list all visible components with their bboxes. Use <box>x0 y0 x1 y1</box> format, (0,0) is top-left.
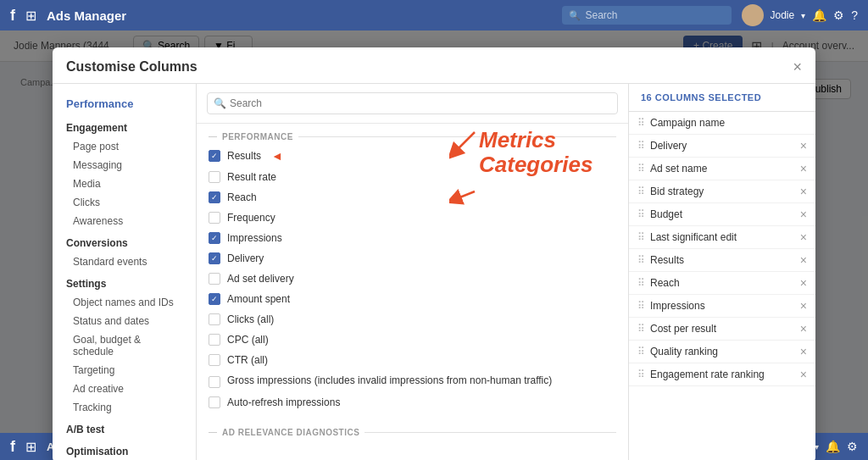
checkbox-reach[interactable]: ✓ <box>209 191 220 203</box>
sidebar-item-media[interactable]: Media <box>53 175 196 193</box>
check-label-reach: Reach <box>227 191 257 203</box>
remove-last-significant-edit-button[interactable]: × <box>800 231 807 243</box>
apps-grid-icon[interactable]: ⊞ <box>25 8 36 24</box>
column-label-engagement-rate-ranking: Engagement rate ranking <box>650 369 795 380</box>
selected-columns-list: ⠿ Campaign name ⠿ Delivery × ⠿ Ad set na… <box>629 112 815 460</box>
column-label-budget: Budget <box>650 208 795 220</box>
check-item-amount-spent[interactable]: ✓ Amount spent <box>197 289 628 309</box>
check-item-results[interactable]: ✓ Results ◄ <box>197 145 628 167</box>
avatar <box>742 4 764 26</box>
bottom-gear-icon[interactable]: ⚙ <box>847 440 858 453</box>
check-label-auto-refresh: Auto-refresh impressions <box>227 396 340 408</box>
remove-delivery-button[interactable]: × <box>800 140 807 152</box>
checkbox-cpc-all[interactable] <box>209 334 220 346</box>
sidebar-item-status-dates[interactable]: Status and dates <box>53 312 196 330</box>
right-item-impressions: ⠿ Impressions × <box>629 295 815 318</box>
drag-handle-icon[interactable]: ⠿ <box>637 117 645 129</box>
checkbox-ctr-all[interactable] <box>209 354 220 366</box>
remove-cost-per-result-button[interactable]: × <box>800 323 807 335</box>
check-item-delivery[interactable]: ✓ Delivery <box>197 248 628 269</box>
sidebar-header-conversions[interactable]: Conversions <box>53 230 196 252</box>
sidebar-item-ad-creative[interactable]: Ad creative <box>53 380 196 398</box>
check-item-clicks-all[interactable]: Clicks (all) <box>197 309 628 330</box>
check-item-gross-impressions[interactable]: Gross impressions (includes invalid impr… <box>197 370 628 392</box>
check-label-ctr-all: CTR (all) <box>227 354 268 366</box>
sidebar-item-messaging[interactable]: Messaging <box>53 156 196 175</box>
check-label-amount-spent: Amount spent <box>227 293 290 305</box>
checkbox-frequency[interactable] <box>209 212 220 224</box>
customise-columns-modal: Customise Columns × Performance Engageme… <box>53 47 815 460</box>
check-label-cpc-all: CPC (all) <box>227 334 269 346</box>
remove-results-button[interactable]: × <box>800 254 807 266</box>
sidebar-item-performance[interactable]: Performance <box>53 92 196 115</box>
drag-handle-icon[interactable]: ⠿ <box>637 231 645 243</box>
check-item-ad-set-delivery[interactable]: Ad set delivery <box>197 269 628 289</box>
sidebar-item-tracking[interactable]: Tracking <box>53 398 196 417</box>
check-item-auto-refresh[interactable]: Auto-refresh impressions <box>197 392 628 413</box>
drag-handle-icon[interactable]: ⠿ <box>637 140 645 152</box>
search-icon: 🔍 <box>214 97 226 109</box>
drag-handle-icon[interactable]: ⠿ <box>637 369 645 380</box>
remove-bid-strategy-button[interactable]: × <box>800 186 807 197</box>
search-bar[interactable]: 🔍 <box>562 6 732 25</box>
drag-handle-icon[interactable]: ⠿ <box>637 186 645 197</box>
remove-reach-button[interactable]: × <box>800 277 807 289</box>
sidebar-item-clicks[interactable]: Clicks <box>53 193 196 212</box>
modal-overlay[interactable]: Customise Columns × Performance Engageme… <box>0 30 868 433</box>
check-item-cpc-all[interactable]: CPC (all) <box>197 330 628 350</box>
remove-quality-ranking-button[interactable]: × <box>800 346 807 357</box>
sidebar-item-object-names[interactable]: Object names and IDs <box>53 293 196 312</box>
drag-handle-icon[interactable]: ⠿ <box>637 208 645 220</box>
bell-icon[interactable]: 🔔 <box>812 8 826 22</box>
check-item-impressions[interactable]: ✓ Impressions <box>197 228 628 248</box>
bottom-apps-icon[interactable]: ⊞ <box>25 439 36 455</box>
sidebar-item-targeting[interactable]: Targeting <box>53 361 196 380</box>
search-input[interactable] <box>586 9 713 21</box>
sidebar-header-optimisation: Optimisation <box>53 439 196 460</box>
sidebar-item-goal-budget[interactable]: Goal, budget & schedule <box>53 330 196 361</box>
drag-handle-icon[interactable]: ⠿ <box>637 346 645 357</box>
check-label-clicks-all: Clicks (all) <box>227 313 274 325</box>
help-icon[interactable]: ? <box>851 8 858 22</box>
ad-relevance-section-label: AD RELEVANCE DIAGNOSTICS <box>197 419 628 441</box>
remove-impressions-button[interactable]: × <box>800 300 807 312</box>
checkbox-auto-refresh[interactable] <box>209 396 220 408</box>
checkbox-ad-set-delivery[interactable] <box>209 273 220 285</box>
column-label-ad-set-name: Ad set name <box>650 163 795 175</box>
check-label-results: Results <box>227 150 261 162</box>
right-item-ad-set-name: ⠿ Ad set name × <box>629 158 815 180</box>
right-item-quality-ranking: ⠿ Quality ranking × <box>629 341 815 363</box>
checkbox-results[interactable]: ✓ <box>209 150 220 162</box>
check-item-ctr-all[interactable]: CTR (all) <box>197 350 628 370</box>
bottom-fb-logo: f <box>10 438 15 456</box>
check-item-frequency[interactable]: Frequency <box>197 208 628 228</box>
drag-handle-icon[interactable]: ⠿ <box>637 163 645 175</box>
gear-icon[interactable]: ⚙ <box>833 8 844 22</box>
check-item-reach[interactable]: ✓ Reach <box>197 187 628 208</box>
checkbox-delivery[interactable]: ✓ <box>209 252 220 264</box>
drag-handle-icon[interactable]: ⠿ <box>637 300 645 312</box>
drag-handle-icon[interactable]: ⠿ <box>637 323 645 335</box>
sidebar-item-standard-events[interactable]: Standard events <box>53 252 196 271</box>
drag-handle-icon[interactable]: ⠿ <box>637 254 645 266</box>
remove-ad-set-name-button[interactable]: × <box>800 163 807 175</box>
section-divider-2 <box>364 432 616 433</box>
checkbox-impressions[interactable]: ✓ <box>209 232 220 244</box>
check-label-frequency: Frequency <box>227 212 275 224</box>
checkbox-result-rate[interactable] <box>209 171 220 183</box>
checkbox-amount-spent[interactable]: ✓ <box>209 293 220 305</box>
bottom-bell-icon[interactable]: 🔔 <box>826 440 840 453</box>
checkbox-gross-impressions[interactable] <box>209 376 220 388</box>
sidebar-item-page-post[interactable]: Page post <box>53 137 196 156</box>
section-divider <box>298 136 616 137</box>
remove-engagement-rate-ranking-button[interactable]: × <box>800 369 807 380</box>
column-search-input[interactable] <box>207 92 618 114</box>
modal-close-button[interactable]: × <box>793 59 802 75</box>
check-item-result-rate[interactable]: Result rate <box>197 167 628 187</box>
remove-budget-button[interactable]: × <box>800 208 807 220</box>
sidebar-item-awareness[interactable]: Awareness <box>53 212 196 230</box>
facebook-logo: f <box>10 7 15 25</box>
chevron-down-icon[interactable]: ▾ <box>801 11 805 20</box>
checkbox-clicks-all[interactable] <box>209 313 220 325</box>
drag-handle-icon[interactable]: ⠿ <box>637 277 645 289</box>
